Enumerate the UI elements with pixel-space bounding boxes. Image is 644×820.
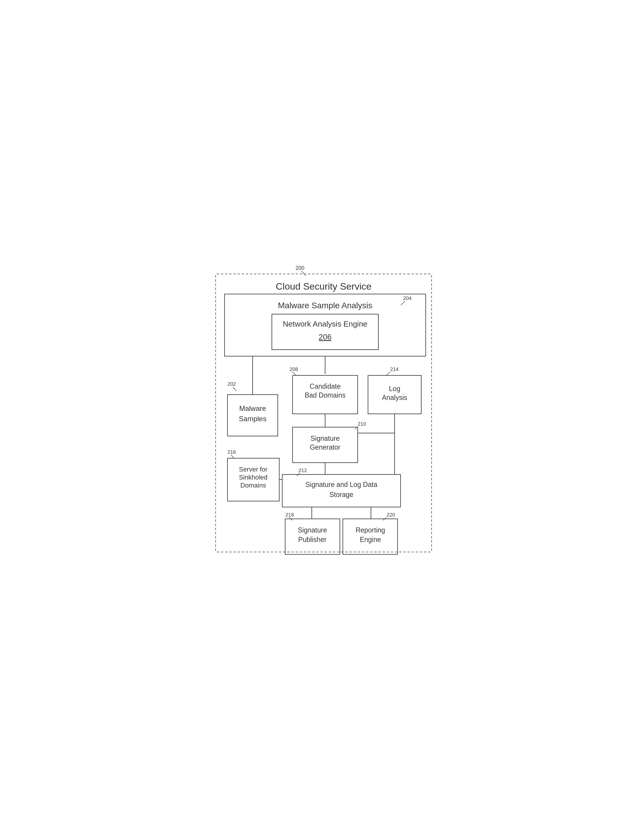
label-212: 212: [299, 468, 307, 473]
page-wrapper: 200 Cloud Security Service 204 Malware S…: [207, 262, 437, 558]
server-line1: Server for: [239, 466, 267, 473]
diagram-container: 200 Cloud Security Service 204 Malware S…: [207, 262, 437, 558]
svg-line-4: [233, 387, 236, 391]
rep-eng-line1: Reporting: [356, 526, 385, 534]
svg-line-0: [301, 271, 306, 276]
svg-line-6: [386, 372, 390, 376]
sig-gen-line2: Generator: [310, 443, 340, 451]
outer-cloud-box: [216, 274, 432, 552]
label-220: 220: [386, 512, 395, 518]
label-202: 202: [227, 381, 236, 387]
sig-pub-line1: Signature: [297, 526, 327, 534]
candidate-line2: Bad Domains: [304, 391, 345, 399]
cloud-title: Cloud Security Service: [276, 281, 371, 292]
network-engine-title-line1: Network Analysis Engine: [282, 319, 367, 328]
sig-log-line1: Signature and Log Data: [305, 481, 377, 488]
label-208: 208: [290, 366, 298, 372]
malware-analysis-title: Malware Sample Analysis: [278, 301, 372, 310]
svg-line-5: [293, 372, 296, 376]
sig-pub-line2: Publisher: [298, 536, 327, 543]
sig-log-line2: Storage: [329, 491, 353, 498]
malware-samples-line1: Malware: [239, 405, 266, 412]
rep-eng-line2: Engine: [360, 536, 381, 543]
server-line3: Domains: [240, 481, 266, 489]
network-engine-title-line2: 206: [319, 333, 331, 341]
server-line2: Sinkholed: [239, 474, 267, 481]
svg-line-1: [401, 301, 405, 305]
malware-samples-line2: Samples: [239, 415, 266, 423]
label-204: 204: [403, 296, 411, 301]
label-210: 210: [358, 421, 366, 427]
sig-gen-line1: Signature: [310, 435, 339, 442]
candidate-line1: Candidate: [310, 383, 340, 390]
label-216: 216: [227, 449, 236, 455]
label-214: 214: [390, 366, 399, 372]
log-analysis-line2: Analysis: [382, 394, 407, 402]
label-200: 200: [296, 265, 304, 271]
log-analysis-line1: Log: [389, 385, 400, 392]
label-218: 218: [285, 512, 294, 518]
